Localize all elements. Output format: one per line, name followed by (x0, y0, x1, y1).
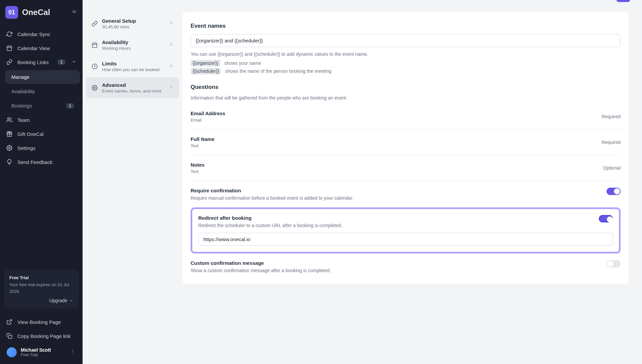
event-names-title: Event names (191, 23, 621, 29)
svg-rect-13 (92, 43, 97, 48)
subnav-label: Bookings (11, 103, 32, 109)
sidebar-collapse-button[interactable] (71, 9, 77, 16)
svg-point-4 (8, 118, 10, 120)
settings-item-subtitle: Working Hours (102, 46, 165, 51)
settings-item-title: Availability (102, 39, 165, 45)
require-confirmation-toggle[interactable] (607, 188, 621, 195)
question-type: Email (191, 118, 225, 123)
question-row-fullname[interactable]: Full Name Text Required (191, 130, 621, 155)
chevron-down-icon (71, 59, 77, 65)
main-content: Event names You can use {{organizer}} an… (183, 0, 642, 364)
chevron-right-icon (169, 42, 174, 48)
nav-label: Gift OneCal (17, 131, 43, 137)
clock-icon (91, 63, 98, 70)
trial-desc: Your free trial expires on 01 Jul 2026. (9, 282, 73, 295)
nav-calendar-sync[interactable]: Calendar Sync (3, 27, 80, 41)
subnav-availability[interactable]: Availability (5, 84, 80, 98)
settings-item-subtitle: Event names, forms, and more (102, 88, 165, 94)
event-name-input[interactable] (191, 34, 621, 47)
view-booking-page[interactable]: View Booking Page (3, 315, 80, 329)
subnav-bookings[interactable]: Bookings 1 (5, 99, 80, 113)
settings-availability[interactable]: Availability Working Hours (86, 35, 179, 55)
question-row-notes[interactable]: Notes Text Optional (191, 155, 621, 181)
subnav-label: Manage (11, 74, 29, 80)
svg-rect-0 (7, 46, 12, 51)
nav-label: Calendar Sync (17, 31, 50, 37)
save-button[interactable] (617, 0, 630, 2)
redirect-desc: Redirect the scheduler to a custom URL a… (198, 223, 342, 228)
nav-label: Settings (17, 145, 35, 151)
redirect-toggle[interactable] (599, 215, 613, 222)
question-name: Notes (191, 162, 205, 168)
nav-team[interactable]: Team (3, 113, 80, 127)
question-name: Email Address (191, 111, 225, 116)
link-icon (91, 20, 98, 27)
custom-msg-desc: Show a custom confirmation message after… (191, 268, 331, 273)
questions-title: Questions (191, 84, 621, 90)
avatar (7, 347, 17, 357)
nav-booking-links[interactable]: Booking Links 1 (3, 55, 80, 69)
sync-icon (6, 31, 13, 37)
require-confirmation-section: Require confirmation Require manual conf… (191, 181, 621, 207)
team-icon (6, 117, 13, 123)
copy-icon (6, 333, 13, 339)
questions-desc: Information that will be gathered from t… (191, 95, 621, 101)
question-status: Required (602, 114, 621, 119)
svg-point-11 (73, 351, 73, 352)
user-row: Michael Scott Free Trial (3, 343, 80, 361)
sidebar: 01 OneCal Calendar Sync Calendar View Bo… (0, 0, 83, 364)
nav-feedback[interactable]: Send Feedback (3, 155, 80, 169)
user-menu-button[interactable] (70, 349, 76, 356)
settings-item-title: Advanced (102, 82, 165, 88)
token-row-organizer: {{organizer}} shows your name (191, 60, 621, 66)
subnav-manage[interactable]: Manage (5, 70, 80, 84)
chevron-right-icon (169, 20, 174, 27)
external-link-icon (6, 319, 13, 325)
custom-message-toggle[interactable] (607, 260, 621, 267)
calendar-icon (91, 42, 98, 48)
sidebar-header: 01 OneCal (0, 0, 83, 25)
booking-links-badge: 1 (58, 59, 65, 65)
booking-links-subnav: Manage Availability Bookings 1 (5, 70, 80, 113)
settings-limits[interactable]: Limits How often you can be booked (86, 56, 179, 77)
nav-calendar-view[interactable]: Calendar View (3, 41, 80, 55)
scheduler-token: {{scheduler}} (191, 68, 221, 74)
bookings-badge: 1 (66, 103, 74, 109)
svg-rect-9 (9, 335, 12, 339)
nav-gift[interactable]: Gift OneCal (3, 127, 80, 141)
gift-icon (6, 131, 13, 137)
scheduler-token-desc: shows the name of the person booking the… (225, 68, 331, 74)
settings-item-subtitle: 30,45,60 mins (102, 24, 165, 29)
upgrade-link[interactable]: Upgrade → (9, 298, 73, 303)
sidebar-bottom: View Booking Page Copy Booking Page link… (0, 313, 83, 364)
settings-advanced[interactable]: Advanced Event names, forms, and more (86, 77, 179, 98)
svg-point-7 (9, 147, 10, 149)
settings-item-title: General Setup (102, 18, 165, 24)
redirect-title: Redirect after booking (198, 215, 342, 221)
svg-point-18 (94, 87, 96, 89)
copy-booking-link[interactable]: Copy Booking Page link (3, 329, 80, 343)
trial-card: Free Trial Your free trial expires on 01… (4, 270, 79, 309)
svg-point-12 (73, 353, 73, 354)
nav-label: Calendar View (17, 45, 50, 51)
nav-label: Booking Links (17, 59, 48, 65)
question-row-email[interactable]: Email Address Email Required (191, 104, 621, 130)
redirect-url-input[interactable] (198, 233, 613, 246)
brand-name: OneCal (22, 8, 50, 17)
organizer-token: {{organizer}} (191, 60, 220, 66)
chevron-right-icon (169, 63, 174, 70)
require-confirm-desc: Require manual confirmation before a boo… (191, 195, 353, 201)
gear-icon (6, 145, 13, 151)
svg-line-8 (9, 320, 12, 322)
question-name: Full Name (191, 136, 215, 142)
custom-msg-title: Custom confirmation message (191, 260, 331, 266)
settings-general[interactable]: General Setup 30,45,60 mins (86, 13, 179, 34)
nav-label: Copy Booking Page link (17, 333, 71, 339)
logo-icon: 01 (5, 6, 18, 19)
question-status: Required (602, 140, 621, 145)
nav-list: Calendar Sync Calendar View Booking Link… (0, 25, 83, 266)
user-plan: Free Trial (21, 353, 51, 357)
nav-label: Team (17, 117, 30, 123)
nav-settings[interactable]: Settings (3, 141, 80, 155)
subnav-label: Availability (11, 88, 35, 94)
